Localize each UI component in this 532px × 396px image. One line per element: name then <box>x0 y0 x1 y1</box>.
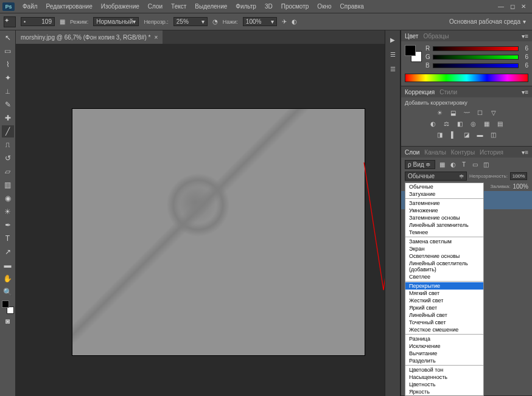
blend-mode-option[interactable]: Темнее <box>405 229 483 236</box>
maximize-icon[interactable]: ◻ <box>510 3 515 10</box>
history-panel-icon[interactable]: ☰ <box>387 49 398 60</box>
quickmask-icon[interactable]: ◙ <box>2 315 14 327</box>
history-brush-tool[interactable]: ↺ <box>2 152 14 164</box>
blend-mode-option[interactable]: Осветление основы <box>405 252 483 260</box>
tab-paths[interactable]: Контуры <box>451 149 475 156</box>
blur-tool[interactable]: ◉ <box>2 192 14 204</box>
close-tab-icon[interactable]: × <box>155 34 158 41</box>
pressure-size-icon[interactable]: ◐ <box>292 18 297 25</box>
blend-mode-option[interactable]: Жесткое смешение <box>405 326 483 333</box>
gradient-tool[interactable]: ▥ <box>2 179 14 191</box>
blend-mode-option[interactable]: Умножение <box>405 207 483 214</box>
balance-icon[interactable]: ⚖ <box>442 119 452 128</box>
levels-icon[interactable]: ⬓ <box>449 108 458 117</box>
minimize-icon[interactable]: — <box>498 3 504 10</box>
dodge-tool[interactable]: ☀ <box>2 206 14 218</box>
tool-preset-icon[interactable]: ✦ <box>4 16 16 27</box>
blend-mode-option[interactable]: Линейный затемнитель <box>405 221 483 229</box>
blend-mode-option[interactable]: Жесткий свет <box>405 297 483 304</box>
layer-filter-type[interactable]: ρ Вид ≑ <box>405 160 435 169</box>
blend-mode-dropdown[interactable]: ОбычныеЗатуханиеЗатемнениеУмножениеЗатем… <box>405 182 484 396</box>
type-tool[interactable]: T <box>2 232 14 245</box>
layer-opacity-value[interactable]: 100% <box>510 172 527 180</box>
brightness-icon[interactable]: ☀ <box>435 108 445 117</box>
menu-edit[interactable]: Редактирование <box>42 3 97 10</box>
blend-mode-option[interactable]: Линейный свет <box>405 311 483 319</box>
filter-adjust-icon[interactable]: ◐ <box>449 161 457 169</box>
filter-smart-icon[interactable]: ◫ <box>481 161 490 169</box>
menu-layer[interactable]: Слои <box>144 3 167 10</box>
lasso-tool[interactable]: ⌇ <box>2 58 14 71</box>
brush-panel-icon[interactable]: ▦ <box>60 18 65 25</box>
flow-select[interactable]: 100%▾ <box>243 17 277 26</box>
r-value[interactable]: 6 <box>521 45 528 52</box>
filter-shape-icon[interactable]: ▭ <box>471 161 479 169</box>
blend-mode-option[interactable]: Мягкий свет <box>405 290 483 297</box>
close-icon[interactable]: ✕ <box>521 3 526 10</box>
menu-image[interactable]: Изображение <box>97 3 144 10</box>
blend-mode-option[interactable]: Замена светлым <box>405 238 483 245</box>
menu-filter[interactable]: Фильтр <box>231 3 261 10</box>
b-slider[interactable] <box>433 63 519 68</box>
blend-mode-option[interactable]: Перекрытие <box>405 282 483 290</box>
blend-mode-option[interactable]: Исключение <box>405 342 483 350</box>
spectrum-ramp[interactable] <box>405 74 528 82</box>
airbrush-icon[interactable]: ✈ <box>282 18 287 25</box>
mixer-icon[interactable]: ▦ <box>482 119 492 128</box>
brush-tool[interactable]: ╱ <box>2 125 14 137</box>
blend-mode-option[interactable]: Обычные <box>405 183 483 190</box>
tab-history[interactable]: История <box>480 149 503 156</box>
b-value[interactable]: 6 <box>521 62 528 69</box>
menu-view[interactable]: Просмотр <box>277 3 313 10</box>
workspace-switcher[interactable]: Основная рабочая среда▾ <box>449 18 528 25</box>
photo-filter-icon[interactable]: ◎ <box>469 119 478 128</box>
blend-mode-option[interactable]: Линейный осветлитель (добавить) <box>405 260 483 273</box>
tab-adjustments[interactable]: Коррекция <box>405 89 435 96</box>
menu-help[interactable]: Справка <box>336 3 368 10</box>
zoom-tool[interactable]: 🔍 <box>2 286 14 298</box>
tab-swatches[interactable]: Образцы <box>423 33 449 40</box>
properties-panel-icon[interactable]: ☰ <box>387 63 398 74</box>
invert-icon[interactable]: ◨ <box>435 130 445 139</box>
blend-mode-option[interactable]: Затемнение <box>405 200 483 207</box>
blend-mode-option[interactable]: Яркость <box>405 388 483 395</box>
eyedropper-tool[interactable]: ✎ <box>2 99 14 111</box>
eraser-tool[interactable]: ▱ <box>2 165 14 178</box>
blend-mode-option[interactable]: Затухание <box>405 190 483 198</box>
blend-mode-option[interactable]: Разделить <box>405 357 483 364</box>
exposure-icon[interactable]: ☐ <box>475 108 485 117</box>
document-tab[interactable]: morshiny.jpg @ 66,7% (Фон копия 3, RGB/8… <box>16 30 163 44</box>
menu-type[interactable]: Текст <box>167 3 191 10</box>
stamp-tool[interactable]: ⎍ <box>2 139 14 151</box>
blend-mode-option[interactable]: Разница <box>405 335 483 342</box>
menu-select[interactable]: Выделение <box>191 3 231 10</box>
blend-mode-option[interactable]: Затемнение основы <box>405 214 483 221</box>
marquee-tool[interactable]: ▭ <box>2 45 14 57</box>
crop-tool[interactable]: ⟂ <box>2 85 14 97</box>
blend-mode-option[interactable]: Точечный свет <box>405 319 483 326</box>
bw-icon[interactable]: ◧ <box>455 119 465 128</box>
threshold-icon[interactable]: ◪ <box>462 130 472 139</box>
r-slider[interactable] <box>433 46 519 51</box>
blend-mode-option[interactable]: Насыщенность <box>405 373 483 381</box>
canvas[interactable] <box>72 109 365 355</box>
filter-pixel-icon[interactable]: ▦ <box>438 161 446 169</box>
hue-icon[interactable]: ◐ <box>429 119 438 128</box>
color-swatches[interactable] <box>2 300 14 314</box>
menu-window[interactable]: Окно <box>313 3 335 10</box>
layer-blend-mode-select[interactable]: Обычные≑ <box>405 172 467 181</box>
pressure-opacity-icon[interactable]: ◔ <box>212 18 218 25</box>
panel-menu-icon[interactable]: ▾≡ <box>522 89 528 96</box>
heal-tool[interactable]: ✚ <box>2 112 14 124</box>
opacity-select[interactable]: 25%▾ <box>173 17 208 26</box>
pen-tool[interactable]: ✒ <box>2 219 14 231</box>
blend-mode-option[interactable]: Цветовой тон <box>405 366 483 373</box>
tab-styles[interactable]: Стили <box>439 89 457 96</box>
color-foreground-background[interactable] <box>405 45 422 62</box>
menu-file[interactable]: Файл <box>18 3 42 10</box>
panel-menu-icon[interactable]: ▾≡ <box>522 149 528 156</box>
selective-icon[interactable]: ◫ <box>489 130 499 139</box>
canvas-viewport[interactable] <box>16 44 385 396</box>
g-slider[interactable] <box>433 55 519 60</box>
brush-size-picker[interactable]: • 109 <box>21 17 55 26</box>
